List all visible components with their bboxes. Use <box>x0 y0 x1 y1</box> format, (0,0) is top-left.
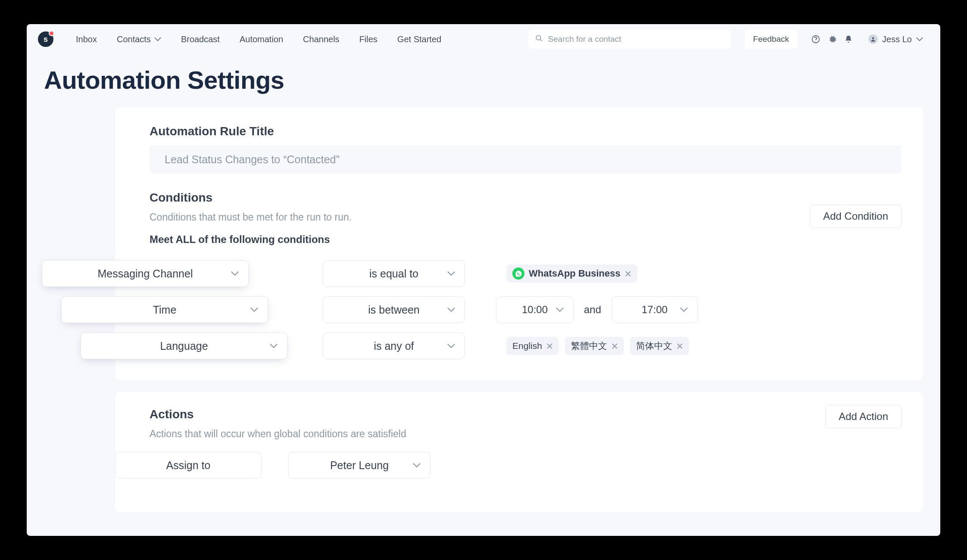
bell-icon[interactable] <box>844 35 853 44</box>
value-chip: WhatsApp Business <box>506 264 637 283</box>
app-logo[interactable]: s <box>38 31 53 47</box>
chevron-down-icon <box>413 463 421 468</box>
condition-value-input[interactable]: English 繁體中文 简体中文 <box>496 333 720 359</box>
condition-operator-select[interactable]: is between <box>323 296 465 323</box>
rule-card: Automation Rule Title Lead Status Change… <box>115 107 923 380</box>
conditions-match-mode: Meet ALL of the following conditions <box>150 233 901 246</box>
remove-chip-icon[interactable] <box>611 343 618 349</box>
nav-channels[interactable]: Channels <box>303 34 340 44</box>
gear-icon[interactable] <box>828 35 836 44</box>
top-nav: s Inbox Contacts Broadcast Automation Ch… <box>27 24 940 54</box>
conditions-sub: Conditions that must be met for the run … <box>150 212 901 223</box>
add-condition-button[interactable]: Add Condition <box>810 205 901 228</box>
help-icon[interactable] <box>811 35 820 44</box>
action-type-select[interactable]: Assign to <box>115 452 262 479</box>
action-target-select[interactable]: Peter Leung <box>288 452 430 479</box>
svg-point-2 <box>815 41 816 42</box>
chevron-down-icon <box>231 271 239 276</box>
feedback-button[interactable]: Feedback <box>745 30 798 49</box>
chevron-down-icon <box>680 307 688 312</box>
condition-operator-select[interactable]: is any of <box>323 333 465 359</box>
time-joiner: and <box>580 304 605 316</box>
avatar-icon <box>868 34 878 44</box>
value-chip: 繁體中文 <box>565 337 624 355</box>
condition-row: Language is any of English 繁體中文 <box>150 333 901 359</box>
whatsapp-icon <box>512 268 524 280</box>
chevron-down-icon <box>556 307 564 312</box>
nav-files[interactable]: Files <box>359 34 377 44</box>
page-title: Automation Settings <box>44 65 940 94</box>
condition-field-select[interactable]: Time <box>61 296 268 323</box>
user-name: Jess Lo <box>882 34 912 44</box>
value-chip: 简体中文 <box>630 337 689 355</box>
actions-heading: Actions <box>150 408 901 421</box>
chevron-down-icon <box>916 37 923 41</box>
time-from-select[interactable]: 10:00 <box>496 296 574 323</box>
nav-broadcast[interactable]: Broadcast <box>181 34 220 44</box>
action-row: Assign to Peter Leung <box>115 452 901 479</box>
chevron-down-icon <box>447 343 455 348</box>
nav-automation[interactable]: Automation <box>240 34 283 44</box>
conditions-heading: Conditions <box>150 191 901 205</box>
time-to-select[interactable]: 17:00 <box>611 296 698 323</box>
remove-chip-icon[interactable] <box>625 271 631 277</box>
condition-operator-select[interactable]: is equal to <box>323 260 465 287</box>
rule-title-label: Automation Rule Title <box>150 124 901 138</box>
condition-value-input[interactable]: WhatsApp Business <box>496 260 720 287</box>
condition-row: Messaging Channel is equal to WhatsApp B… <box>150 260 901 287</box>
svg-point-0 <box>536 35 541 40</box>
rule-title-input[interactable]: Lead Status Changes to “Contacted” <box>150 145 901 174</box>
condition-field-select[interactable]: Messaging Channel <box>42 260 249 287</box>
remove-chip-icon[interactable] <box>546 343 553 349</box>
condition-field-select[interactable]: Language <box>81 333 287 359</box>
chevron-down-icon <box>250 307 258 312</box>
chevron-down-icon <box>270 343 278 348</box>
chevron-down-icon <box>447 307 455 312</box>
main-nav: Inbox Contacts Broadcast Automation Chan… <box>76 34 441 44</box>
nav-inbox[interactable]: Inbox <box>76 34 97 44</box>
user-menu[interactable]: Jess Lo <box>868 34 923 44</box>
svg-point-3 <box>872 37 874 39</box>
nav-contacts[interactable]: Contacts <box>117 34 161 44</box>
chevron-down-icon <box>154 37 161 41</box>
remove-chip-icon[interactable] <box>677 343 683 349</box>
search-icon <box>535 34 543 44</box>
value-chip: English <box>506 337 559 355</box>
actions-sub: Actions that will occur when global cond… <box>150 428 901 440</box>
add-action-button[interactable]: Add Action <box>825 405 901 428</box>
actions-card: Add Action Actions Actions that will occ… <box>115 392 923 512</box>
condition-row: Time is between 10:00 and 17:00 <box>150 296 901 323</box>
nav-get-started[interactable]: Get Started <box>397 34 441 44</box>
search-placeholder: Search for a contact <box>548 34 621 44</box>
top-icons <box>811 35 853 44</box>
search-input[interactable]: Search for a contact <box>528 30 731 49</box>
chevron-down-icon <box>447 271 455 276</box>
